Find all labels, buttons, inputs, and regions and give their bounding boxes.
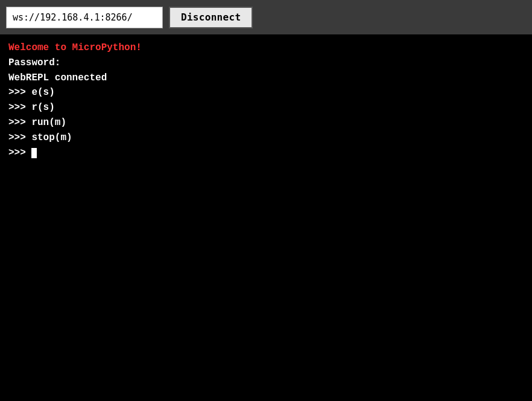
- terminal-cursor: [31, 148, 37, 158]
- toolbar: Disconnect: [0, 0, 532, 34]
- terminal-line: >>> r(s): [8, 100, 524, 115]
- url-input[interactable]: [6, 7, 163, 28]
- terminal-line: >>> e(s): [8, 85, 524, 100]
- terminal-line: WebREPL connected: [8, 71, 524, 86]
- terminal-line: Welcome to MicroPython!: [8, 40, 524, 56]
- terminal-line: >>> stop(m): [8, 130, 524, 146]
- terminal-line: >>>: [8, 146, 524, 161]
- terminal: Welcome to MicroPython!Password:WebREPL …: [0, 34, 532, 401]
- disconnect-button[interactable]: Disconnect: [169, 7, 253, 28]
- terminal-line: Password:: [8, 56, 524, 71]
- terminal-line: >>> run(m): [8, 115, 524, 130]
